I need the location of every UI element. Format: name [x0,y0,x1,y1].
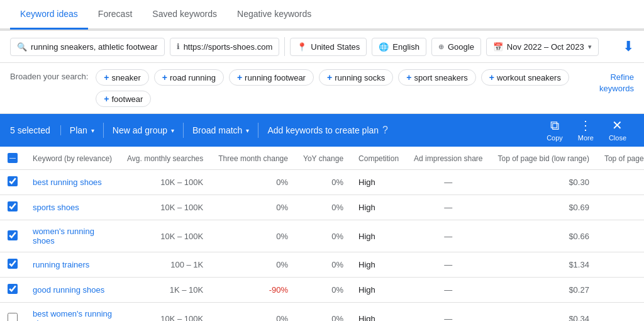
avg-monthly-cell: 10K – 100K [119,220,211,252]
keyword-cell[interactable]: sports shoes [25,195,119,220]
close-icon: ✕ [612,119,623,132]
yoy-cell: 0% [296,303,351,322]
avg-monthly-header-label: Avg. monthly searches [127,154,203,163]
chip-sport-sneakers[interactable]: +sport sneakers [398,69,475,86]
chip-road-running-label: road running [170,73,216,82]
competition-cell: High [351,220,406,252]
competition-column-header[interactable]: Competition [351,147,406,170]
keyword-cell[interactable]: best running shoes [25,170,119,195]
row-checkbox[interactable] [8,176,18,186]
top-bid-low-cell: $0.30 [490,170,596,195]
add-keywords-button[interactable]: Add keywords to create plan ? [258,120,397,141]
top-bid-high-cell: $2.46 [597,170,644,195]
keyword-cell[interactable]: good running shoes [25,278,119,303]
table-row: best women's running shoes10K – 100K0%0%… [0,303,644,322]
language-filter[interactable]: 🌐 English [372,38,426,56]
chip-running-footwear[interactable]: +running footwear [229,69,314,86]
more-button[interactable]: ⋮ More [570,115,601,145]
competition-cell: High [351,252,406,278]
yoy-cell: 0% [296,278,351,303]
plus-icon: + [406,72,411,82]
tab-negative-keywords[interactable]: Negative keywords [227,0,321,30]
select-all-checkbox[interactable] [8,153,18,163]
competition-cell: High [351,170,406,195]
top-bid-high-cell: $4.43 [597,252,644,278]
table-row: best running shoes10K – 100K0%0%High—$0.… [0,170,644,195]
ad-impression-column-header[interactable]: Ad impression share [406,147,490,170]
chip-running-socks[interactable]: +running socks [319,69,393,86]
top-bid-low-cell: $0.34 [490,303,596,322]
avg-monthly-cell: 10K – 100K [119,303,211,322]
yoy-header-label: YoY change [303,154,343,163]
network-value: Google [448,42,474,52]
yoy-cell: 0% [296,170,351,195]
top-bid-high-cell: $4.04 [597,220,644,252]
row-checkbox[interactable] [8,284,18,294]
plus-icon: + [237,72,242,82]
top-bid-low-column-header[interactable]: Top of page bid (low range) [490,147,596,170]
keyword-cell[interactable]: running trainers [25,252,119,278]
avg-monthly-column-header[interactable]: Avg. monthly searches [119,147,211,170]
chevron-down-icon: ▾ [588,43,592,51]
info-icon: ℹ [177,42,180,51]
language-icon: 🌐 [379,42,389,52]
broad-match-button[interactable]: Broad match ▾ [184,120,258,140]
network-filter[interactable]: ⊕ Google [431,38,481,56]
top-bid-low-cell: $0.69 [490,195,596,220]
chip-sneaker-label: sneaker [111,73,140,82]
avg-monthly-cell: 1K – 10K [119,278,211,303]
top-bid-high-header-label: Top of page bid (high range) [604,154,644,163]
top-bid-high-cell: $2.39 [597,303,644,322]
row-checkbox[interactable] [8,201,18,211]
three-month-column-header[interactable]: Three month change [211,147,296,170]
competition-cell: High [351,278,406,303]
row-checkbox[interactable] [8,313,18,322]
location-icon: 📍 [297,42,307,52]
refine-keywords-button[interactable]: Refine keywords [599,69,634,94]
select-all-header[interactable] [0,147,25,170]
chip-footwear[interactable]: +footwear [96,91,151,107]
tab-saved-keywords[interactable]: Saved keywords [142,0,227,30]
close-button[interactable]: ✕ Close [601,115,634,145]
chip-sneaker[interactable]: +sneaker [96,69,148,86]
calendar-icon: 📅 [493,42,503,52]
chip-running-footwear-label: running footwear [245,73,306,82]
keyword-column-header[interactable]: Keyword (by relevance) [25,147,119,170]
ad-impression-cell: — [406,195,490,220]
top-bid-high-cell: $2.12 [597,278,644,303]
competition-cell: High [351,303,406,322]
search-term-value: running sneakers, athletic footwear [31,42,158,52]
chevron-down-icon: ▾ [91,127,94,134]
three-month-cell: 0% [211,170,296,195]
url-filter[interactable]: ℹ https://sports-shoes.com [170,38,280,56]
ad-impression-header-label: Ad impression share [414,154,482,163]
keyword-header-label: Keyword (by relevance) [33,154,112,163]
three-month-cell: 0% [211,220,296,252]
download-button[interactable]: ⬇ [623,38,634,55]
ad-impression-cell: — [406,252,490,278]
date-range-filter[interactable]: 📅 Nov 2022 – Oct 2023 ▾ [486,38,599,56]
tab-forecast[interactable]: Forecast [88,0,142,30]
tab-keyword-ideas[interactable]: Keyword ideas [10,0,88,30]
row-checkbox[interactable] [8,259,18,269]
yoy-column-header[interactable]: YoY change [296,147,351,170]
chip-footwear-label: footwear [111,94,143,104]
top-bid-high-column-header[interactable]: Top of page bid (high range) [597,147,644,170]
top-bid-low-cell: $1.34 [490,252,596,278]
copy-button[interactable]: ⧉ Copy [539,115,570,145]
chip-workout-sneakers-label: workout sneakers [497,73,561,82]
location-filter[interactable]: 📍 United States [290,38,367,56]
search-term-filter[interactable]: 🔍 running sneakers, athletic footwear [10,38,165,56]
new-ad-group-button[interactable]: New ad group ▾ [104,120,183,140]
row-checkbox[interactable] [8,230,18,240]
competition-cell: High [351,195,406,220]
plan-button[interactable]: Plan ▾ [61,120,103,140]
keyword-cell[interactable]: women's running shoes [25,220,119,252]
help-icon[interactable]: ? [382,125,388,136]
chip-workout-sneakers[interactable]: +workout sneakers [481,69,569,86]
three-month-cell: 0% [211,252,296,278]
keyword-cell[interactable]: best women's running shoes [25,303,119,322]
chip-road-running[interactable]: +road running [154,69,224,86]
location-value: United States [311,42,360,52]
yoy-cell: 0% [296,195,351,220]
